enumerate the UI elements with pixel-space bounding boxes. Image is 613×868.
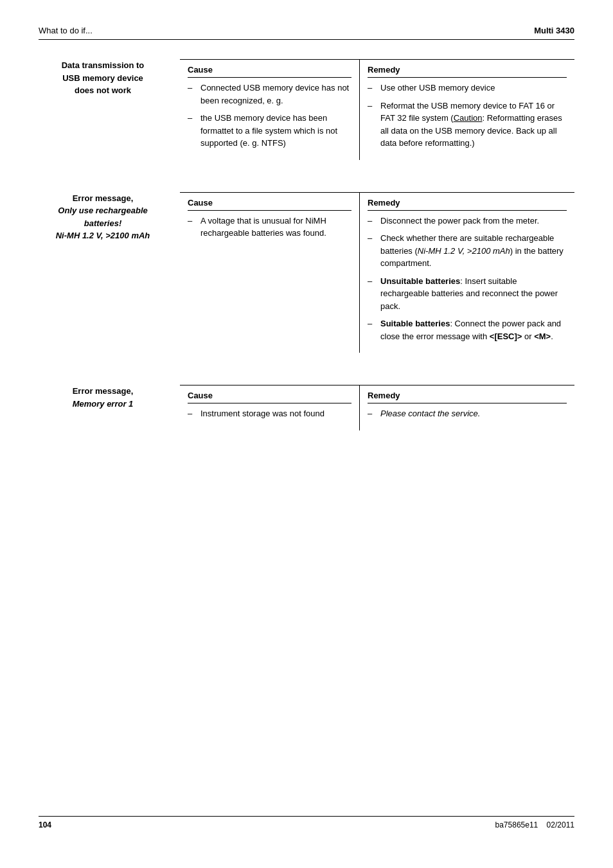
cause-item: – A voltage that is unusual for NiMH rec…: [188, 215, 351, 240]
cause-item: – Instrument storage was not found: [188, 407, 351, 420]
section-label-line: does not work: [39, 84, 167, 97]
footer-doc-date: ba75865e11 02/2011: [495, 820, 574, 829]
section-memory-error: Error message,Memory error 1Cause– Instr…: [39, 385, 574, 430]
cause-col-usb-no-work: Cause– Connected USB memory device has n…: [180, 60, 360, 160]
content-area: Data transmission toUSB memory devicedoe…: [39, 59, 574, 816]
header-left: What to do if...: [39, 26, 93, 35]
remedy-header: Remedy: [368, 65, 567, 78]
page-footer: 104 ba75865e11 02/2011: [39, 816, 574, 829]
cause-header: Cause: [188, 198, 351, 211]
section-label-line: Only use rechargeable: [39, 204, 167, 217]
remedy-item: – Unsuitable batteries: Insert suitable …: [368, 275, 567, 313]
section-label-line: Memory error 1: [39, 398, 167, 411]
remedy-col-usb-no-work: Remedy– Use other USB memory device– Ref…: [360, 60, 574, 160]
cause-item: – the USB memory device has been formatt…: [188, 112, 351, 150]
cause-item: – Connected USB memory device has not be…: [188, 82, 351, 107]
section-rechargeable-batteries: Error message,Only use rechargeablebatte…: [39, 192, 574, 353]
table-usb-no-work: Cause– Connected USB memory device has n…: [180, 59, 574, 160]
section-label-line: batteries!: [39, 217, 167, 230]
page: What to do if... Multi 3430 Data transmi…: [0, 0, 613, 868]
cause-header: Cause: [188, 391, 351, 403]
section-label-line: Data transmission to: [39, 59, 167, 72]
section-label-usb-no-work: Data transmission toUSB memory devicedoe…: [39, 59, 180, 160]
header-right: Multi 3430: [534, 26, 574, 35]
table-memory-error: Cause– Instrument storage was not foundR…: [180, 385, 574, 430]
section-label-line: Error message,: [39, 192, 167, 205]
section-label-rechargeable-batteries: Error message,Only use rechargeablebatte…: [39, 192, 180, 353]
remedy-item: – Reformat the USB memory device to FAT …: [368, 100, 567, 150]
remedy-item: – Check whether there are suitable recha…: [368, 232, 567, 270]
section-label-line: Ni-MH 1.2 V, >2100 mAh: [39, 229, 167, 242]
remedy-col-rechargeable-batteries: Remedy– Disconnect the power pack from t…: [360, 193, 574, 353]
remedy-header: Remedy: [368, 198, 567, 211]
remedy-item: – Please contact the service.: [368, 407, 567, 420]
section-label-memory-error: Error message,Memory error 1: [39, 385, 180, 430]
section-usb-no-work: Data transmission toUSB memory devicedoe…: [39, 59, 574, 160]
section-label-line: USB memory device: [39, 72, 167, 85]
cause-col-memory-error: Cause– Instrument storage was not found: [180, 385, 360, 430]
remedy-header: Remedy: [368, 391, 567, 403]
cause-header: Cause: [188, 65, 351, 78]
section-label-line: Error message,: [39, 385, 167, 398]
page-number: 104: [39, 820, 51, 829]
remedy-item: – Suitable batteries: Connect the power …: [368, 317, 567, 342]
table-rechargeable-batteries: Cause– A voltage that is unusual for NiM…: [180, 192, 574, 353]
remedy-col-memory-error: Remedy– Please contact the service.: [360, 385, 574, 430]
page-header: What to do if... Multi 3430: [39, 26, 574, 40]
cause-col-rechargeable-batteries: Cause– A voltage that is unusual for NiM…: [180, 193, 360, 353]
remedy-item: – Disconnect the power pack from the met…: [368, 215, 567, 227]
remedy-item: – Use other USB memory device: [368, 82, 567, 94]
